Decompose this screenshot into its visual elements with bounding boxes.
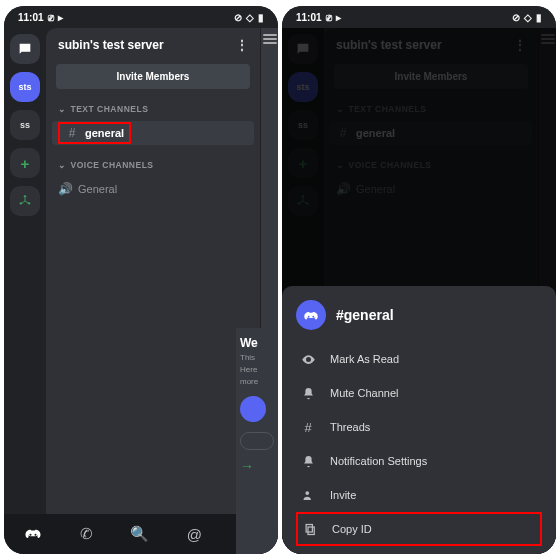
discord-home-icon[interactable] — [23, 523, 43, 546]
server-bar: sts ss + — [4, 28, 46, 514]
voice-channel-label: General — [78, 183, 117, 195]
arrow-icon: → — [240, 458, 274, 474]
chat-icon — [17, 41, 33, 57]
phone-right: 11:01 ⎚ ▸ ⊘ ◇ ▮ sts ss + subin's test se… — [282, 6, 556, 554]
dm-button[interactable] — [10, 34, 40, 64]
search-icon[interactable]: 🔍 — [130, 525, 149, 543]
copy-icon — [302, 521, 318, 537]
status-bar: 11:01 ⎚ ▸ ⊘ ◇ ▮ — [282, 6, 556, 28]
text-channels-section[interactable]: ⌄ TEXT CHANNELS — [46, 99, 260, 119]
welcome-sub: Here — [240, 365, 274, 374]
action-pill[interactable] — [240, 432, 274, 450]
sheet-header: #general — [296, 300, 542, 330]
option-copy-id[interactable]: Copy ID — [296, 512, 542, 546]
welcome-title: We — [240, 336, 274, 350]
sheet-title: #general — [336, 307, 394, 323]
status-time: 11:01 — [296, 12, 322, 23]
speaker-icon: 🔊 — [58, 182, 72, 196]
youtube-icon: ▸ — [336, 12, 341, 23]
option-invite[interactable]: Invite — [296, 478, 542, 512]
bell-off-icon: ⊘ — [234, 12, 242, 23]
bell-icon — [300, 453, 316, 469]
hash-icon: # — [300, 419, 316, 435]
option-notifications[interactable]: Notification Settings — [296, 444, 542, 478]
server-ss[interactable]: ss — [10, 110, 40, 140]
avatar — [240, 396, 266, 422]
svg-point-0 — [24, 195, 26, 197]
phone-left: 11:01 ⎚ ▸ ⊘ ◇ ▮ sts ss + subin's test se… — [4, 6, 278, 554]
battery-icon: ▮ — [258, 12, 264, 23]
channel-list: subin's test server ⋮ Invite Members ⌄ T… — [46, 28, 260, 514]
cast-icon: ⎚ — [326, 12, 332, 23]
mentions-icon[interactable]: @ — [187, 526, 202, 543]
option-threads[interactable]: # Threads — [296, 410, 542, 444]
voice-channels-section[interactable]: ⌄ VOICE CHANNELS — [46, 155, 260, 175]
welcome-sub: This — [240, 353, 274, 362]
option-label: Mark As Read — [330, 353, 399, 365]
youtube-icon: ▸ — [58, 12, 63, 23]
channel-general[interactable]: # general — [52, 121, 254, 145]
chevron-down-icon: ⌄ — [58, 160, 67, 170]
text-channels-label: TEXT CHANNELS — [71, 104, 149, 114]
server-sts[interactable]: sts — [10, 72, 40, 102]
welcome-sub: more — [240, 377, 274, 386]
bell-icon — [300, 385, 316, 401]
server-header[interactable]: subin's test server ⋮ — [46, 28, 260, 58]
chevron-down-icon: ⌄ — [58, 104, 67, 114]
invite-members-button[interactable]: Invite Members — [56, 64, 250, 89]
cast-icon: ⎚ — [48, 12, 54, 23]
friends-icon[interactable]: ✆ — [80, 525, 93, 543]
battery-icon: ▮ — [536, 12, 542, 23]
option-mute[interactable]: Mute Channel — [296, 376, 542, 410]
channel-context-menu: #general Mark As Read Mute Channel # Thr… — [282, 286, 556, 554]
bell-off-icon: ⊘ — [512, 12, 520, 23]
hub-icon — [18, 194, 32, 208]
option-label: Copy ID — [332, 523, 372, 535]
voice-general[interactable]: 🔊 General — [52, 177, 254, 201]
status-time: 11:01 — [18, 12, 44, 23]
svg-point-7 — [305, 491, 309, 495]
server-menu-icon[interactable]: ⋮ — [236, 38, 250, 52]
hash-icon: # — [65, 126, 79, 140]
option-label: Invite — [330, 489, 356, 501]
option-mark-read[interactable]: Mark As Read — [296, 342, 542, 376]
add-server-button[interactable]: + — [10, 148, 40, 178]
voice-channels-label: VOICE CHANNELS — [71, 160, 154, 170]
wifi-icon: ◇ — [246, 12, 254, 23]
discord-icon — [302, 306, 320, 324]
user-plus-icon — [300, 487, 316, 503]
discover-button[interactable] — [10, 186, 40, 216]
svg-rect-8 — [308, 527, 314, 535]
wifi-icon: ◇ — [524, 12, 532, 23]
channel-avatar — [296, 300, 326, 330]
option-label: Notification Settings — [330, 455, 427, 467]
channel-label: general — [85, 127, 124, 139]
server-title: subin's test server — [58, 38, 164, 52]
svg-rect-9 — [306, 524, 312, 532]
option-label: Threads — [330, 421, 370, 433]
chat-preview: We This Here more → — [236, 328, 278, 554]
eye-icon — [300, 351, 316, 367]
status-bar: 11:01 ⎚ ▸ ⊘ ◇ ▮ — [4, 6, 278, 28]
option-label: Mute Channel — [330, 387, 399, 399]
